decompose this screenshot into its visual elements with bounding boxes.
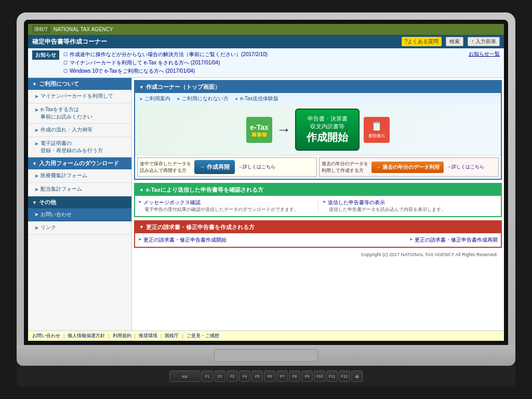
sidebar-dividend-label: 配当集計フォーム [41,185,82,193]
key-esc[interactable]: esc [169,370,201,382]
key-f4[interactable]: F4 [239,370,250,382]
key-f2[interactable]: F2 [214,370,225,382]
sidebar-link-label: リンク [41,224,56,231]
keyboard-area: esc F1 F2 F3 F4 F5 F6 F7 F8 F9 F10 F11 F… [17,366,515,387]
nav-link-unavailable[interactable]: ご利用になれない方 [177,95,229,102]
key-f3[interactable]: F3 [227,370,238,382]
amendment-body: 更正の請求書・修正申告書作成開始 更正の請求書・修正申告書作成再開 [135,233,501,247]
key-f11[interactable]: F11 [326,370,338,382]
arrow-icon-2: ➤ [34,107,38,114]
sidebar-flow-label: 作成の流れ・入力例等 [41,126,92,134]
past-data-text: 過去の年分のデータを利用して作成する方 [322,161,368,174]
footer-link-nta[interactable]: 国税庁 [165,332,179,339]
sidebar-item-dividend[interactable]: ➤ 配当集計フォーム [28,183,131,196]
key-power-icon: ⏻ [355,375,359,378]
etax-confirm-section: e-Taxにより送信した申告書等を確認される方 メッセージボックス確認 電子申告… [134,183,502,217]
sidebar-item-flow[interactable]: ➤ 作成の流れ・入力例等 [28,124,131,137]
past-data-button[interactable]: → 過去の年分のデータ利用 [371,162,444,173]
screen-bezel: 国税庁 NATIONAL TAX AGENCY 確定申告書等作成コーナー ?よく… [24,20,508,345]
sidebar-item-cert[interactable]: ➤ 電子証明書の登録・再登録のみを行う方 [28,137,131,157]
sidebar-section-other: その他 [28,196,131,208]
notice-bar: お知らせ ☐ 作成途中に操作などが分からない場合の解決方法（事前にご覧ください）… [28,48,504,78]
footer-divider-2: | [108,334,109,339]
sidebar-item-mynumber[interactable]: ➤ マイナンバーカードを利用して [28,90,131,103]
display-link[interactable]: 送信した申告書等の表示 [323,199,498,206]
notice-item-1[interactable]: ☐ 作成途中に操作などが分からない場合の解決方法（事前にご覧ください）(2017… [63,50,464,59]
notice-text-3: Windows 10で e-Taxをご利用になる方へ (2017/01/04) [70,67,195,75]
footer-divider-4: | [161,334,162,339]
notice-items: ☐ 作成途中に操作などが分からない場合の解決方法（事前にご覧ください）(2017… [63,50,464,75]
etax-icon-text: e-Tax [250,123,269,131]
key-f12[interactable]: F12 [339,370,350,382]
start-button-label: 申告書・決算書 収支内訳書等 作成開始 [307,115,348,144]
site-title: 確定申告書等作成コーナー [32,37,107,46]
arrow-icon-3: ➤ [34,127,38,134]
header-right: ?よくある質問 検索 ↑ 入力前単 [402,37,500,46]
key-f7-label: F7 [280,375,284,378]
sidebar-item-medical[interactable]: ➤ 医療費集計フォーム [28,169,131,183]
arrow-icon-4: ➤ [34,140,38,148]
footer-link-env[interactable]: 推奨環境 [139,332,157,339]
footer: お問い合わせ | 個人情報保護方針 | 利用規約 | 推奨環境 | 国税庁 | … [28,330,504,341]
mailbox-item: メッセージボックス確認 電子申告の受付結果の確認や送信したデータのダウンロードが… [138,199,314,213]
resume-box: 途中で保存したデータを読み込んで再開する方 → 作成再開 →詳しくはこちら [137,157,317,177]
resume-detail-link[interactable]: →詳しくはこちら [238,164,275,170]
input-button[interactable]: ↑ 入力前単 [468,37,500,46]
sidebar-item-contact[interactable]: ➤ お問い合わせ [28,208,131,221]
arrow-icon-7: ➤ [34,211,38,218]
resume-save-text: 途中で保存したデータを読み込んで再開する方 [140,161,191,174]
notice-text-2: マイナンバーカードを利用して e-Tax をされる方へ (2017/01/04) [70,59,220,67]
sidebar-item-link[interactable]: ➤ リンク [28,221,131,235]
notice-checkbox-icon: ☐ [63,51,68,58]
amendment-resume-link[interactable]: 更正の請求書・修正申告書作成再開 [409,236,498,244]
book-icon: 📋 書類搬出 [364,117,390,143]
sidebar-etax-label: e-Taxをする方は事前にお読みください [41,106,92,121]
key-f9[interactable]: F9 [301,370,313,382]
amendment-start-link[interactable]: 更正の請求書・修正申告書作成開始 [138,236,227,244]
footer-divider-5: | [182,334,183,339]
sidebar-item-etax-read[interactable]: ➤ e-Taxをする方は事前にお読みください [28,103,131,124]
notice-item-2[interactable]: ☐ マイナンバーカードを利用して e-Tax をされる方へ (2017/01/0… [63,59,464,67]
footer-link-feedback[interactable]: ご意見・ご感想 [187,332,219,339]
key-power[interactable]: ⏻ [351,370,363,382]
footer-link-contact[interactable]: お問い合わせ [32,332,60,339]
key-f7[interactable]: F7 [276,370,288,382]
mailbox-link[interactable]: メッセージボックス確認 [138,199,314,206]
past-data-box: 過去の年分のデータを利用して作成する方 → 過去の年分のデータ利用 →詳しくはこ… [319,157,499,177]
key-f8[interactable]: F8 [289,370,300,382]
arrow-icon-5: ➤ [34,172,38,180]
key-f6[interactable]: F6 [264,370,275,382]
display-item: 送信した申告書等の表示 送信した申告書データを読み込んで内容を表示します。 [323,199,498,213]
notice-item-3[interactable]: ☐ Windows 10で e-Taxをご利用になる方へ (2017/01/04… [63,67,464,75]
faq-link[interactable]: ?よくある質問 [402,37,442,46]
action-row: 途中で保存したデータを読み込んで再開する方 → 作成再開 →詳しくはこちら [135,155,501,179]
key-f5[interactable]: F5 [251,370,263,382]
notice-all-link[interactable]: お知らせ一覧 [469,50,500,58]
start-area: e-Tax → [135,104,501,155]
key-f10[interactable]: F10 [314,370,325,382]
past-detail-link[interactable]: →詳しくはこちら [447,164,484,170]
footer-link-terms[interactable]: 利用規約 [113,332,131,339]
amendment-header: 更正の請求書・修正申告書を作成される方 [135,221,501,233]
book-icon-text: 書類搬出 [368,133,385,139]
nav-link-etax-trial[interactable]: e-Tax送信体験版 [235,95,278,102]
etax-confirm-header: e-Taxにより送信した申告書等を確認される方 [135,184,501,196]
sidebar-medical-label: 医療費集計フォーム [41,172,87,179]
key-f9-label: F9 [305,375,309,378]
nta-logo: 国税庁 [32,25,50,33]
resume-button[interactable]: → 作成再開 [194,160,235,174]
nav-link-guide[interactable]: ご利用案内 [139,95,170,102]
footer-link-privacy[interactable]: 個人情報保護方針 [68,332,105,339]
amendment-section: 更正の請求書・修正申告書を作成される方 更正の請求書・修正申告書作成開始 更正の… [134,220,502,248]
sidebar-mynumber-label: マイナンバーカードを利用して [41,92,113,100]
notice-label: お知らせ [32,50,59,60]
key-f1[interactable]: F1 [202,370,213,382]
key-f10-label: F10 [316,375,323,378]
creation-header: 作成コーナー（トップ画面） [135,81,501,93]
trackpad[interactable] [214,349,318,362]
search-button[interactable]: 検索 [446,37,463,46]
start-button[interactable]: 申告書・決算書 収支内訳書等 作成開始 [295,109,360,151]
sidebar-section-download: 入力用フォームのダウンロード [28,157,131,169]
copyright: Copyright (c) 2017 NATIONAL TAX AGENCY A… [134,251,502,258]
notice-checkbox-icon-3: ☐ [63,68,68,75]
